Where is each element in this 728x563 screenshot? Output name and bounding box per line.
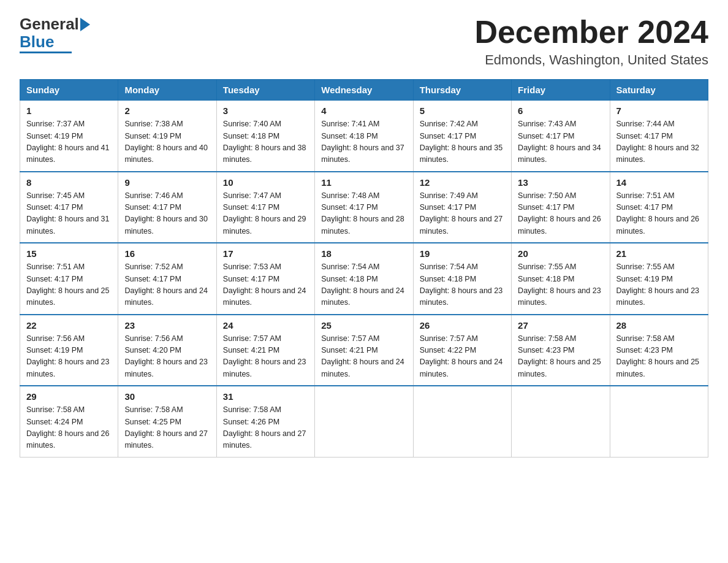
calendar-cell: 22 Sunrise: 7:56 AMSunset: 4:19 PMDaylig… — [20, 315, 118, 386]
logo-flag-icon — [80, 18, 93, 31]
day-number: 4 — [321, 105, 406, 116]
day-info: Sunrise: 7:51 AMSunset: 4:17 PMDaylight:… — [616, 191, 700, 236]
day-info: Sunrise: 7:42 AMSunset: 4:17 PMDaylight:… — [420, 120, 503, 164]
calendar-cell — [315, 386, 413, 457]
logo-general: General — [20, 15, 79, 34]
day-number: 6 — [518, 105, 603, 116]
title-area: December 2024 Edmonds, Washington, Unite… — [474, 15, 708, 68]
day-info: Sunrise: 7:43 AMSunset: 4:17 PMDaylight:… — [518, 120, 601, 164]
calendar-cell: 6 Sunrise: 7:43 AMSunset: 4:17 PMDayligh… — [512, 101, 610, 172]
day-number: 30 — [124, 391, 210, 402]
day-number: 14 — [616, 177, 702, 188]
logo-area: General Blue — [20, 15, 93, 53]
day-number: 3 — [223, 105, 308, 116]
day-info: Sunrise: 7:55 AMSunset: 4:18 PMDaylight:… — [518, 262, 601, 307]
calendar-cell: 1 Sunrise: 7:37 AMSunset: 4:19 PMDayligh… — [20, 101, 118, 172]
day-number: 15 — [26, 248, 112, 259]
day-info: Sunrise: 7:58 AMSunset: 4:23 PMDaylight:… — [616, 334, 700, 378]
day-info: Sunrise: 7:38 AMSunset: 4:19 PMDaylight:… — [124, 120, 208, 164]
day-number: 8 — [26, 177, 112, 188]
day-info: Sunrise: 7:58 AMSunset: 4:23 PMDaylight:… — [518, 334, 601, 378]
week-row-1: 1 Sunrise: 7:37 AMSunset: 4:19 PMDayligh… — [20, 101, 708, 172]
day-info: Sunrise: 7:48 AMSunset: 4:17 PMDaylight:… — [321, 191, 404, 236]
day-info: Sunrise: 7:58 AMSunset: 4:25 PMDaylight:… — [124, 405, 208, 450]
calendar-cell: 16 Sunrise: 7:52 AMSunset: 4:17 PMDaylig… — [118, 243, 216, 315]
calendar-cell: 15 Sunrise: 7:51 AMSunset: 4:17 PMDaylig… — [20, 243, 118, 315]
day-info: Sunrise: 7:57 AMSunset: 4:21 PMDaylight:… — [223, 334, 306, 378]
day-number: 27 — [518, 320, 603, 331]
location-subtitle: Edmonds, Washington, United States — [474, 52, 708, 68]
day-info: Sunrise: 7:54 AMSunset: 4:18 PMDaylight:… — [321, 262, 404, 307]
day-info: Sunrise: 7:50 AMSunset: 4:17 PMDaylight:… — [518, 191, 601, 236]
calendar-cell: 13 Sunrise: 7:50 AMSunset: 4:17 PMDaylig… — [512, 172, 610, 243]
week-row-3: 15 Sunrise: 7:51 AMSunset: 4:17 PMDaylig… — [20, 243, 708, 315]
calendar-cell: 2 Sunrise: 7:38 AMSunset: 4:19 PMDayligh… — [118, 101, 216, 172]
header-wednesday: Wednesday — [315, 80, 413, 101]
calendar-cell: 7 Sunrise: 7:44 AMSunset: 4:17 PMDayligh… — [610, 101, 708, 172]
logo-bottom: Blue — [20, 34, 72, 53]
calendar-cell: 23 Sunrise: 7:56 AMSunset: 4:20 PMDaylig… — [118, 315, 216, 386]
header-friday: Friday — [512, 80, 610, 101]
day-info: Sunrise: 7:54 AMSunset: 4:18 PMDaylight:… — [420, 262, 503, 307]
calendar-cell: 20 Sunrise: 7:55 AMSunset: 4:18 PMDaylig… — [512, 243, 610, 315]
calendar-cell: 18 Sunrise: 7:54 AMSunset: 4:18 PMDaylig… — [315, 243, 413, 315]
calendar-cell: 14 Sunrise: 7:51 AMSunset: 4:17 PMDaylig… — [610, 172, 708, 243]
day-number: 25 — [321, 320, 406, 331]
day-number: 10 — [223, 177, 308, 188]
day-info: Sunrise: 7:52 AMSunset: 4:17 PMDaylight:… — [124, 262, 208, 307]
calendar-cell: 29 Sunrise: 7:58 AMSunset: 4:24 PMDaylig… — [20, 386, 118, 457]
month-title: December 2024 — [474, 15, 708, 50]
day-info: Sunrise: 7:56 AMSunset: 4:20 PMDaylight:… — [124, 334, 208, 378]
day-info: Sunrise: 7:45 AMSunset: 4:17 PMDaylight:… — [26, 191, 110, 236]
day-info: Sunrise: 7:44 AMSunset: 4:17 PMDaylight:… — [616, 120, 700, 164]
calendar-cell — [512, 386, 610, 457]
week-row-4: 22 Sunrise: 7:56 AMSunset: 4:19 PMDaylig… — [20, 315, 708, 386]
day-number: 7 — [616, 105, 702, 116]
calendar-table: Sunday Monday Tuesday Wednesday Thursday… — [20, 79, 708, 458]
day-number: 26 — [420, 320, 505, 331]
week-row-2: 8 Sunrise: 7:45 AMSunset: 4:17 PMDayligh… — [20, 172, 708, 243]
day-number: 22 — [26, 320, 112, 331]
calendar-cell: 17 Sunrise: 7:53 AMSunset: 4:17 PMDaylig… — [216, 243, 314, 315]
day-number: 18 — [321, 248, 406, 259]
day-number: 12 — [420, 177, 505, 188]
day-number: 9 — [124, 177, 210, 188]
day-number: 21 — [616, 248, 702, 259]
calendar-cell: 24 Sunrise: 7:57 AMSunset: 4:21 PMDaylig… — [216, 315, 314, 386]
day-number: 29 — [26, 391, 112, 402]
calendar-cell: 5 Sunrise: 7:42 AMSunset: 4:17 PMDayligh… — [413, 101, 511, 172]
calendar-cell: 21 Sunrise: 7:55 AMSunset: 4:19 PMDaylig… — [610, 243, 708, 315]
calendar-cell: 9 Sunrise: 7:46 AMSunset: 4:17 PMDayligh… — [118, 172, 216, 243]
day-number: 20 — [518, 248, 603, 259]
day-info: Sunrise: 7:41 AMSunset: 4:18 PMDaylight:… — [321, 120, 404, 164]
header-monday: Monday — [118, 80, 216, 101]
day-number: 16 — [124, 248, 210, 259]
day-number: 17 — [223, 248, 308, 259]
day-info: Sunrise: 7:58 AMSunset: 4:24 PMDaylight:… — [26, 405, 110, 450]
header-thursday: Thursday — [413, 80, 511, 101]
calendar-cell — [610, 386, 708, 457]
logo-underline — [20, 52, 72, 53]
calendar-cell: 3 Sunrise: 7:40 AMSunset: 4:18 PMDayligh… — [216, 101, 314, 172]
logo-row: General — [20, 15, 93, 34]
calendar-cell: 8 Sunrise: 7:45 AMSunset: 4:17 PMDayligh… — [20, 172, 118, 243]
logo-blue: Blue — [20, 34, 72, 50]
calendar-cell: 19 Sunrise: 7:54 AMSunset: 4:18 PMDaylig… — [413, 243, 511, 315]
calendar-cell: 27 Sunrise: 7:58 AMSunset: 4:23 PMDaylig… — [512, 315, 610, 386]
calendar-cell: 31 Sunrise: 7:58 AMSunset: 4:26 PMDaylig… — [216, 386, 314, 457]
header-saturday: Saturday — [610, 80, 708, 101]
calendar-cell: 4 Sunrise: 7:41 AMSunset: 4:18 PMDayligh… — [315, 101, 413, 172]
day-info: Sunrise: 7:46 AMSunset: 4:17 PMDaylight:… — [124, 191, 208, 236]
calendar-header-row: Sunday Monday Tuesday Wednesday Thursday… — [20, 80, 708, 101]
day-info: Sunrise: 7:56 AMSunset: 4:19 PMDaylight:… — [26, 334, 110, 378]
day-info: Sunrise: 7:57 AMSunset: 4:21 PMDaylight:… — [321, 334, 404, 378]
calendar-cell — [413, 386, 511, 457]
day-number: 5 — [420, 105, 505, 116]
header-sunday: Sunday — [20, 80, 118, 101]
calendar-cell: 12 Sunrise: 7:49 AMSunset: 4:17 PMDaylig… — [413, 172, 511, 243]
day-info: Sunrise: 7:37 AMSunset: 4:19 PMDaylight:… — [26, 120, 110, 164]
calendar-cell: 28 Sunrise: 7:58 AMSunset: 4:23 PMDaylig… — [610, 315, 708, 386]
day-number: 1 — [26, 105, 112, 116]
day-info: Sunrise: 7:55 AMSunset: 4:19 PMDaylight:… — [616, 262, 700, 307]
header-tuesday: Tuesday — [216, 80, 314, 101]
